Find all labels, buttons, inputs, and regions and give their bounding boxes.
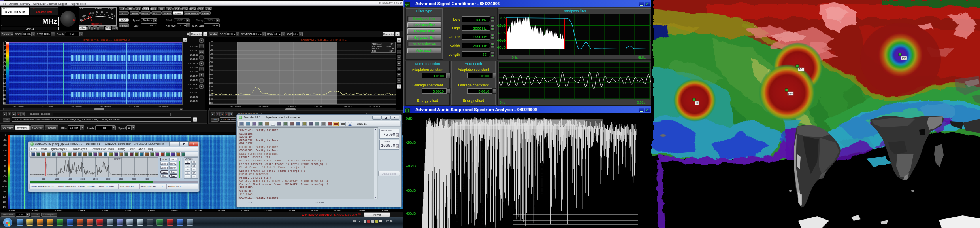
- svg-text:-120: -120: [82, 15, 86, 17]
- svg-text:-80: -80: [95, 11, 98, 13]
- svg-text:Squelched: Squelched: [91, 23, 102, 25]
- svg-text:MV: MV: [799, 68, 803, 71]
- svg-text:-20: -20: [110, 13, 113, 15]
- svg-text:140: 140: [80, 19, 83, 21]
- svg-text:-60: -60: [100, 11, 103, 13]
- svg-text:KW: KW: [788, 92, 793, 95]
- svg-text:H: H: [696, 102, 698, 104]
- svg-text:PR: PR: [902, 57, 906, 59]
- svg-text:-100: -100: [90, 12, 94, 14]
- svg-text:-40: -40: [105, 11, 108, 14]
- svg-text:0: 0: [114, 15, 115, 17]
